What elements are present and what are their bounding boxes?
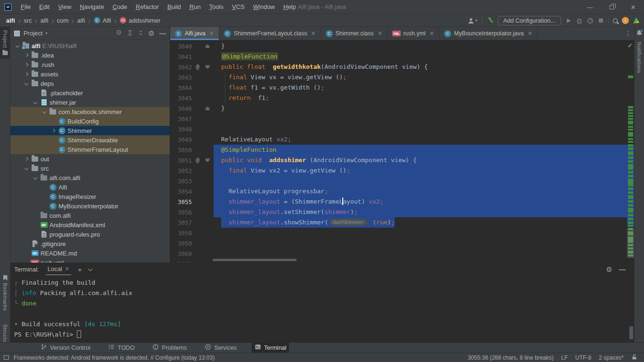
menu-window[interactable]: Window xyxy=(249,0,279,14)
tree-item-readme-md[interactable]: MDREADME.md xyxy=(10,248,170,258)
status-message[interactable]: Frameworks detected: Android framework i… xyxy=(14,354,215,361)
tree-item-shimmerdrawable[interactable]: CShimmerDrawable xyxy=(10,135,170,145)
chevron-expanded-icon[interactable] xyxy=(15,44,19,48)
code-line-3042[interactable]: 3042@public float getwidthkotak(AndroidV… xyxy=(170,62,634,72)
code-line-content[interactable]: shimmer_layout = (ShimmerFrameLayout) vx… xyxy=(214,197,634,207)
tree-item--idea[interactable]: .idea xyxy=(10,50,170,60)
breadcrumb-item-alfi[interactable]: alfi xyxy=(41,17,49,24)
code-line-3056[interactable]: 3056 shimmer_layout.setShimmer(shimmer); xyxy=(170,207,634,217)
chevron-expanded-icon[interactable] xyxy=(24,82,28,85)
code-line-content[interactable]: RelativeLayout vx2; xyxy=(214,134,634,145)
code-line-3050[interactable]: 3050@SimpleFunction xyxy=(170,145,634,155)
chevron-expanded-icon[interactable] xyxy=(33,176,37,180)
chevron-expanded-icon[interactable] xyxy=(24,166,28,170)
breadcrumb-item-alfi[interactable]: alfi xyxy=(77,17,85,24)
terminal-settings-gear-icon[interactable]: ⚙ xyxy=(606,266,612,273)
run-icon[interactable] xyxy=(565,17,572,24)
code-line-content[interactable] xyxy=(214,228,634,238)
tab-close-icon[interactable]: ✕ xyxy=(378,30,382,37)
code-line-3054[interactable]: 3054 RelativeLayout progressbar; xyxy=(170,186,634,197)
editor-tab-alfi-java[interactable]: CAlfi.java✕ xyxy=(170,27,219,40)
project-panel-title[interactable]: Project xyxy=(24,30,42,37)
tree-item--placeholder[interactable]: .placeholder xyxy=(10,88,170,98)
code-line-content[interactable] xyxy=(214,176,634,186)
breadcrumb-item-addsshimer[interactable]: maddsshimer xyxy=(120,17,160,24)
code-line-3057[interactable]: 3057 shimmer_layout.showShimmer(startShi… xyxy=(170,217,634,228)
code-line-content[interactable] xyxy=(214,248,634,259)
code-editor[interactable]: 3040}3041@SimpleFunction3042@public floa… xyxy=(170,40,634,263)
tree-item-out[interactable]: out xyxy=(10,154,170,164)
code-line-content[interactable]: shimmer_layout.setShimmer(shimmer); xyxy=(214,207,634,217)
menu-run[interactable]: Run xyxy=(185,0,205,14)
lock-icon[interactable] xyxy=(631,354,637,362)
chevron-collapsed-icon[interactable] xyxy=(24,53,28,57)
code-line-content[interactable] xyxy=(214,114,634,124)
tab-options-kebab-icon[interactable]: ⋮ xyxy=(625,27,631,40)
code-line-3052[interactable]: 3052 final View vx2 = view.getView (); xyxy=(170,165,634,176)
tool-window-toggle-icon[interactable] xyxy=(4,355,9,360)
tab-close-icon[interactable]: ✕ xyxy=(429,30,434,37)
tree-item-imageresizer[interactable]: CImageResizer xyxy=(10,192,170,201)
chevron-collapsed-icon[interactable] xyxy=(24,72,28,76)
add-configuration-button[interactable]: Add Configuration... xyxy=(498,16,561,25)
menu-vcs[interactable]: VCS xyxy=(228,0,249,14)
terminal-scrollbar[interactable] xyxy=(629,326,633,339)
code-line-3058[interactable]: 3058 xyxy=(170,228,634,238)
menu-file[interactable]: File xyxy=(17,0,35,14)
editor-scroll-markers[interactable]: ✓ xyxy=(627,40,634,263)
code-line-3051[interactable]: 3051@public void addsshimer (AndroidView… xyxy=(170,155,634,165)
tree-item-assets[interactable]: assets xyxy=(10,69,170,79)
tree-item--gitignore[interactable]: .gitignore xyxy=(10,239,170,248)
chevron-collapsed-icon[interactable] xyxy=(24,63,28,66)
menu-view[interactable]: View xyxy=(54,0,75,14)
minimize-button[interactable]: — xyxy=(579,0,601,14)
code-line-content[interactable]: @SimpleFunction xyxy=(214,51,634,62)
menu-help[interactable]: Help xyxy=(279,0,300,14)
code-line-3044[interactable]: 3044 float f1 = vx.getWidth (); xyxy=(170,82,634,93)
code-line-3048[interactable]: 3048 xyxy=(170,124,634,134)
update-available-icon[interactable]: ↑ xyxy=(622,17,629,24)
tree-item-buildconfig[interactable]: CBuildConfig xyxy=(10,116,170,126)
fold-open-icon[interactable] xyxy=(206,158,210,162)
code-line-3047[interactable]: 3047 xyxy=(170,114,634,124)
code-line-3043[interactable]: 3043 final View vx = view.getView (); xyxy=(170,72,634,82)
code-line-3040[interactable]: 3040} xyxy=(170,41,634,51)
menu-edit[interactable]: Edit xyxy=(35,0,54,14)
code-line-3046[interactable]: 3046} xyxy=(170,103,634,114)
search-everywhere-icon[interactable] xyxy=(613,18,618,23)
menu-refactor[interactable]: Refactor xyxy=(132,0,163,14)
close-icon[interactable]: ✕ xyxy=(65,266,69,272)
breadcrumb-item-com[interactable]: com xyxy=(57,17,69,24)
caret-position[interactable]: 3055:36 (268 chars, 8 line breaks) xyxy=(468,354,553,361)
gutter-fold-slot[interactable] xyxy=(203,107,212,110)
tab-close-icon[interactable]: ✕ xyxy=(311,30,315,37)
terminal-output[interactable]: ┌ Finalizing the build│ info Packing alf… xyxy=(10,276,634,340)
code-line-3059[interactable]: 3059 xyxy=(170,238,634,248)
menu-build[interactable]: Build xyxy=(163,0,185,14)
tree-item-alfi[interactable]: CAlfi xyxy=(10,182,170,192)
gutter-fold-slot[interactable] xyxy=(203,65,212,69)
terminal-tab-local[interactable]: Local ✕ xyxy=(46,264,71,275)
chevron-expanded-icon[interactable] xyxy=(33,100,37,104)
fold-end-icon[interactable] xyxy=(206,107,210,110)
code-line-content[interactable]: final View vx2 = view.getView (); xyxy=(214,165,634,176)
code-line-content[interactable]: RelativeLayout progressbar; xyxy=(214,186,634,197)
chevron-expanded-icon[interactable] xyxy=(42,110,46,114)
chevron-collapsed-icon[interactable] xyxy=(24,157,28,161)
toolwindow-button-problems[interactable]: Problems xyxy=(149,343,190,353)
feature-trainer-icon[interactable] xyxy=(633,17,639,24)
tree-item-shimmer[interactable]: CShimmer xyxy=(10,126,170,135)
menu-navigate[interactable]: Navigate xyxy=(75,0,108,14)
code-line-content[interactable]: public void addsshimer (AndroidViewCompo… xyxy=(214,155,634,165)
fold-open-icon[interactable] xyxy=(206,65,210,69)
vertical-scrollbar-thumb[interactable] xyxy=(627,229,634,258)
code-line-content[interactable]: return f1; xyxy=(214,93,634,103)
code-line-3055[interactable]: 3055 shimmer_layout = (ShimmerFrameLayou… xyxy=(170,197,634,207)
editor-tab-shimmerframelayout-class[interactable]: CShimmerFrameLayout.class✕ xyxy=(219,27,321,40)
new-session-plus-icon[interactable]: + xyxy=(78,265,82,273)
stripe-project-button[interactable]: Project xyxy=(0,27,10,59)
toolwindow-button-version-control[interactable]: Version Control xyxy=(38,343,93,353)
collapse-all-icon[interactable] xyxy=(138,30,144,37)
breadcrumb-item-alfi[interactable]: CAlfi xyxy=(94,17,111,24)
tree-item-com-alfi[interactable]: com.alfi xyxy=(10,211,170,220)
